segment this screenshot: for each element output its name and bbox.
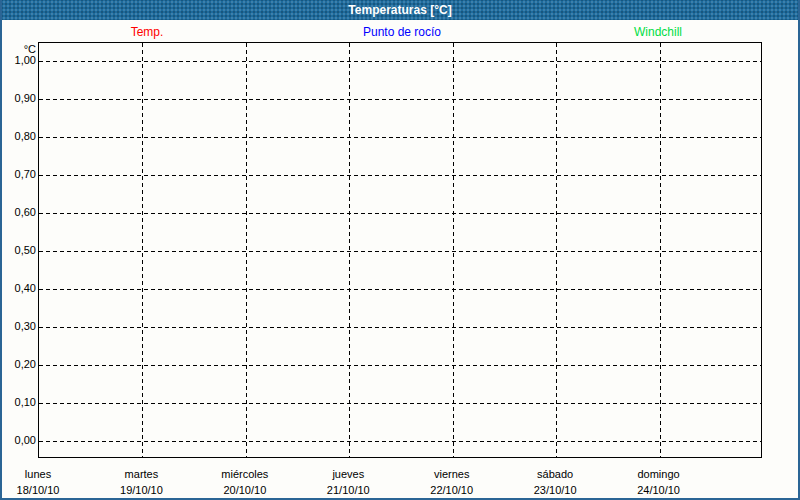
v-gridline (660, 43, 661, 457)
weather-chart-panel: Temperaturas [°C] Temp. Punto de rocío W… (0, 0, 800, 500)
h-gridline (39, 327, 761, 328)
x-date-label: 22/10/10 (430, 484, 473, 496)
h-gridline (39, 403, 761, 404)
y-tick-label: 0,10 (2, 395, 36, 409)
x-date-label: 24/10/10 (637, 484, 680, 496)
x-weekday-label: lunes (25, 468, 51, 480)
legend-temp-label: Temp. (131, 25, 164, 39)
v-gridline (349, 43, 350, 457)
legend-windchill-label: Windchill (634, 25, 682, 39)
v-gridline (246, 43, 247, 457)
y-tick-label: 0,60 (2, 205, 36, 219)
h-gridline (39, 61, 761, 62)
y-tick-label: 0,80 (2, 129, 36, 143)
v-gridline (142, 43, 143, 457)
h-gridline (39, 251, 761, 252)
x-weekday-label: viernes (434, 468, 469, 480)
chart-title-bar: Temperaturas [°C] (2, 0, 798, 20)
x-date-label: 20/10/10 (223, 484, 266, 496)
v-gridline (556, 43, 557, 457)
h-gridline (39, 213, 761, 214)
y-tick-label: 0,50 (2, 243, 36, 257)
h-gridline (39, 99, 761, 100)
y-tick-label: 0,40 (2, 281, 36, 295)
v-gridline (453, 43, 454, 457)
x-date-label: 21/10/10 (327, 484, 370, 496)
x-date-label: 18/10/10 (17, 484, 60, 496)
h-gridline (39, 137, 761, 138)
h-gridline (39, 289, 761, 290)
h-gridline (39, 175, 761, 176)
y-tick-label: 0,90 (2, 91, 36, 105)
y-tick-label: 0,00 (2, 433, 36, 447)
h-gridline (39, 441, 761, 442)
y-tick-label: 1,00 (2, 53, 36, 67)
x-date-label: 23/10/10 (534, 484, 577, 496)
h-gridline (39, 365, 761, 366)
x-weekday-label: miércoles (221, 468, 268, 480)
y-tick-label: 0,70 (2, 167, 36, 181)
plot-area (38, 42, 762, 458)
legend-dewpoint-label: Punto de rocío (363, 25, 441, 39)
x-date-label: 19/10/10 (120, 484, 163, 496)
y-tick-label: 0,20 (2, 357, 36, 371)
x-weekday-label: domingo (637, 468, 679, 480)
y-tick-label: 0,30 (2, 319, 36, 333)
x-weekday-label: sábado (537, 468, 573, 480)
x-weekday-label: jueves (332, 468, 364, 480)
chart-title: Temperaturas [°C] (348, 3, 451, 17)
x-weekday-label: martes (125, 468, 159, 480)
